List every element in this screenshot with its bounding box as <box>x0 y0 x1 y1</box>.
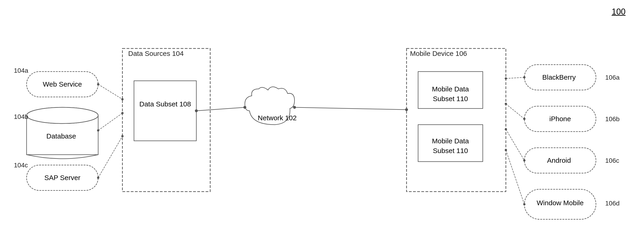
svg-line-18 <box>98 136 122 178</box>
ref-104b: 104b <box>14 113 28 120</box>
svg-line-19 <box>196 107 245 111</box>
window-mobile-label: Window Mobile <box>529 198 591 208</box>
ref-106a: 106a <box>605 74 620 81</box>
data-sources-label: Data Sources 104 <box>128 50 184 57</box>
svg-line-23 <box>506 129 524 160</box>
ref-106c: 106c <box>605 157 619 164</box>
svg-line-17 <box>98 113 122 130</box>
web-service-label: Web Service <box>31 80 94 88</box>
svg-point-10 <box>26 107 98 124</box>
ref-104a: 104a <box>14 67 28 74</box>
svg-rect-2 <box>122 48 210 192</box>
svg-point-9 <box>26 107 98 124</box>
blackberry-label: BlackBerry <box>528 73 590 81</box>
svg-line-24 <box>506 150 524 204</box>
svg-line-22 <box>506 104 524 119</box>
ref-106d: 106d <box>605 200 620 207</box>
network-label: Network 102 <box>254 113 300 123</box>
mobile-device-label: Mobile Device 106 <box>410 50 467 57</box>
data-subset-label: Data Subset 108 <box>136 99 194 109</box>
mobile-data-subset2-label: Mobile Data Subset 110 <box>420 136 480 156</box>
svg-line-20 <box>294 107 406 110</box>
svg-line-21 <box>506 77 524 78</box>
figure-number: 100 <box>612 7 626 17</box>
svg-rect-3 <box>406 48 506 192</box>
svg-line-16 <box>98 84 122 99</box>
database-label: Database <box>38 132 84 140</box>
diagram-container: 100 <box>0 0 644 241</box>
sap-server-label: SAP Server <box>36 174 89 182</box>
svg-rect-4 <box>134 81 196 141</box>
ref-104c: 104c <box>14 162 28 169</box>
ref-106b: 106b <box>605 115 620 123</box>
iphone-label: iPhone <box>532 115 588 123</box>
mobile-data-subset1-label: Mobile Data Subset 110 <box>420 84 480 104</box>
android-label: Android <box>530 157 588 164</box>
